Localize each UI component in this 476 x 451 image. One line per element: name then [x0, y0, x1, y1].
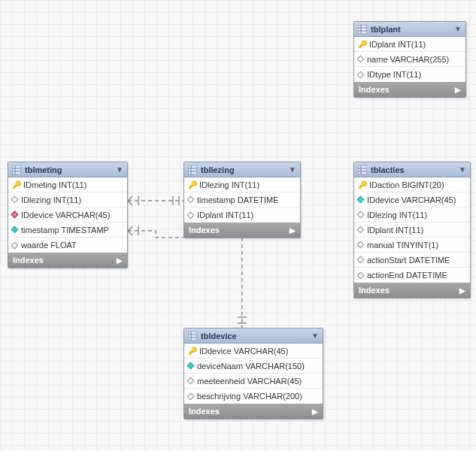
column-row[interactable]: IDplant INT(11) — [354, 222, 470, 238]
column-label: timestamp DATETIME — [197, 195, 279, 204]
column-label: IDtype INT(11) — [367, 70, 421, 79]
column-row[interactable]: actionEnd DATETIME — [354, 268, 470, 283]
table-header[interactable]: tblmeting ▼ — [8, 162, 127, 177]
table-icon — [358, 165, 367, 174]
expand-icon[interactable]: ▶ — [455, 86, 461, 94]
indexes-bar[interactable]: Indexes ▶ — [184, 404, 323, 419]
column-label: meeteenheid VARCHAR(45) — [197, 377, 302, 386]
columns: 🔑IDaction BIGINT(20)IDdevice VARCHAR(45)… — [354, 177, 470, 283]
column-type-icon — [187, 392, 195, 400]
table-icon — [188, 165, 197, 174]
column-row[interactable]: name VARCHAR(255) — [354, 52, 465, 67]
svg-rect-18 — [358, 165, 367, 174]
column-row[interactable]: 🔑IDdevice VARCHAR(45) — [184, 344, 323, 359]
column-type-icon — [187, 377, 195, 385]
table-title: tblplant — [371, 25, 401, 34]
table-tblplant[interactable]: tblplant ▼ 🔑IDplant INT(11)name VARCHAR(… — [353, 21, 466, 98]
indexes-bar[interactable]: Indexes ▶ — [354, 82, 465, 97]
columns: 🔑IDmeting INT(11)IDlezing INT(11)IDdevic… — [8, 177, 127, 253]
column-row[interactable]: IDplant INT(11) — [184, 207, 300, 222]
column-row[interactable]: deviceNaam VARCHAR(150) — [184, 359, 323, 374]
collapse-icon[interactable]: ▼ — [116, 165, 123, 174]
column-label: IDplant INT(11) — [197, 210, 253, 219]
column-label: IDlezing INT(11) — [199, 180, 259, 189]
table-tbllezing[interactable]: tbllezing ▼ 🔑IDlezing INT(11)timestamp D… — [183, 162, 301, 238]
column-label: manual TINYINT(1) — [367, 241, 438, 250]
column-label: actionEnd DATETIME — [367, 271, 447, 280]
collapse-icon[interactable]: ▼ — [289, 165, 296, 174]
table-icon — [12, 165, 21, 174]
table-icon — [188, 331, 197, 341]
column-type-icon — [357, 226, 365, 234]
column-type-icon — [357, 56, 365, 63]
table-title: tblmeting — [25, 165, 62, 174]
indexes-bar[interactable]: Indexes ▶ — [8, 253, 127, 268]
column-row[interactable]: beschrijving VARCHAR(200) — [184, 389, 323, 404]
column-label: IDlezing INT(11) — [367, 210, 427, 219]
table-header[interactable]: tbldevice ▼ — [184, 328, 323, 344]
column-label: actionStart DATETIME — [367, 256, 450, 265]
column-row[interactable]: IDlezing INT(11) — [354, 207, 470, 222]
indexes-bar[interactable]: Indexes ▶ — [354, 283, 470, 298]
collapse-icon[interactable]: ▼ — [459, 165, 466, 174]
primary-key-icon: 🔑 — [188, 181, 196, 189]
collapse-icon[interactable]: ▼ — [454, 25, 462, 33]
column-type-icon — [11, 196, 19, 204]
column-label: timestamp TIMESTAMP — [21, 226, 109, 235]
column-type-icon — [187, 196, 195, 204]
column-label: IDdevice VARCHAR(45) — [199, 347, 288, 356]
table-header[interactable]: tblacties ▼ — [354, 162, 470, 177]
table-tblacties[interactable]: tblacties ▼ 🔑IDaction BIGINT(20)IDdevice… — [353, 162, 471, 298]
column-row[interactable]: 🔑IDmeting INT(11) — [8, 177, 127, 192]
column-type-icon — [187, 362, 195, 370]
column-type-icon — [187, 211, 195, 219]
indexes-label: Indexes — [13, 256, 44, 265]
column-row[interactable]: timestamp DATETIME — [184, 192, 300, 207]
column-label: IDplant INT(11) — [369, 40, 426, 49]
table-tbldevice[interactable]: tbldevice ▼ 🔑IDdevice VARCHAR(45)deviceN… — [183, 328, 323, 419]
indexes-bar[interactable]: Indexes ▶ — [184, 222, 300, 238]
column-row[interactable]: actionStart DATETIME — [354, 253, 470, 268]
column-row[interactable]: IDlezing INT(11) — [8, 192, 127, 207]
column-row[interactable]: meeteenheid VARCHAR(45) — [184, 374, 323, 389]
column-row[interactable]: 🔑IDaction BIGINT(20) — [354, 177, 470, 192]
column-type-icon — [11, 226, 19, 234]
column-label: waarde FLOAT — [21, 241, 77, 250]
column-row[interactable]: manual TINYINT(1) — [354, 238, 470, 253]
table-tblmeting[interactable]: tblmeting ▼ 🔑IDmeting INT(11)IDlezing IN… — [8, 162, 128, 268]
primary-key-icon: 🔑 — [358, 181, 365, 189]
column-row[interactable]: IDdevice VARCHAR(45) — [354, 192, 470, 207]
svg-rect-22 — [188, 331, 197, 341]
column-row[interactable]: 🔑IDlezing INT(11) — [184, 177, 300, 192]
expand-icon[interactable]: ▶ — [312, 407, 318, 416]
column-row[interactable]: 🔑IDplant INT(11) — [354, 37, 465, 52]
column-label: name VARCHAR(255) — [367, 55, 449, 64]
table-icon — [358, 25, 367, 34]
column-type-icon — [11, 241, 19, 249]
column-type-icon — [357, 196, 365, 204]
column-row[interactable]: timestamp TIMESTAMP — [8, 222, 127, 238]
column-label: beschrijving VARCHAR(200) — [197, 392, 302, 401]
table-header[interactable]: tbllezing ▼ — [184, 162, 300, 177]
primary-key-icon: 🔑 — [12, 181, 20, 189]
column-row[interactable]: IDdevice VARCHAR(45) — [8, 207, 127, 222]
columns: 🔑IDdevice VARCHAR(45)deviceNaam VARCHAR(… — [184, 344, 323, 404]
table-title: tbldevice — [201, 331, 237, 341]
column-label: IDlezing INT(11) — [21, 195, 81, 204]
column-row[interactable]: waarde FLOAT — [8, 238, 127, 253]
column-row[interactable]: IDtype INT(11) — [354, 67, 465, 82]
column-label: IDplant INT(11) — [367, 226, 423, 235]
table-header[interactable]: tblplant ▼ — [354, 22, 465, 37]
column-type-icon — [357, 211, 365, 219]
primary-key-icon: 🔑 — [358, 41, 365, 48]
indexes-label: Indexes — [189, 407, 220, 416]
table-title: tbllezing — [201, 165, 235, 174]
expand-icon[interactable]: ▶ — [290, 226, 296, 235]
collapse-icon[interactable]: ▼ — [311, 331, 319, 340]
column-type-icon — [357, 71, 365, 78]
expand-icon[interactable]: ▶ — [117, 256, 123, 265]
expand-icon[interactable]: ▶ — [459, 286, 465, 295]
table-title: tblacties — [371, 165, 405, 174]
column-label: IDdevice VARCHAR(45) — [21, 210, 110, 219]
svg-rect-14 — [188, 165, 197, 174]
